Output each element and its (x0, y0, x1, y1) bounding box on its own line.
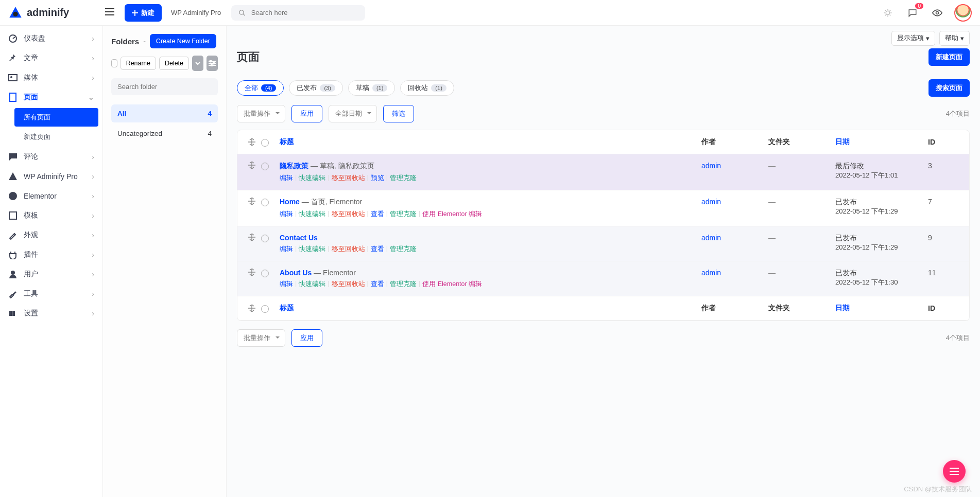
row-author-link[interactable]: admin (701, 234, 721, 242)
user-avatar[interactable] (954, 4, 972, 22)
product-link[interactable]: WP Adminify Pro (171, 9, 221, 16)
brand[interactable]: adminify (8, 6, 101, 20)
row-action-clone[interactable]: 管理克隆 (390, 210, 417, 219)
delete-folder-button[interactable]: Delete (159, 57, 189, 70)
sidebar-item-Elementor[interactable]: Elementor› (0, 186, 102, 206)
view-site-icon[interactable] (930, 5, 945, 21)
filter-tab-草稿[interactable]: 草稿(1) (348, 80, 395, 96)
row-action-trash[interactable]: 移至回收站 (332, 210, 365, 219)
drag-handle-icon[interactable] (243, 269, 261, 276)
col-date[interactable]: 日期 (835, 137, 928, 147)
drag-handle-icon[interactable] (243, 198, 261, 205)
row-action-preview[interactable]: 预览 (371, 174, 384, 183)
menu-toggle-icon[interactable] (105, 8, 114, 17)
row-checkbox[interactable] (261, 163, 269, 170)
row-checkbox[interactable] (261, 270, 269, 277)
col-date[interactable]: 日期 (835, 304, 928, 313)
row-action-edit[interactable]: 编辑 (280, 210, 293, 219)
select-all-checkbox[interactable] (261, 305, 269, 313)
row-action-view[interactable]: 查看 (371, 280, 384, 289)
sidebar-item-页面[interactable]: 页面⌄ (0, 87, 102, 107)
bulk-action-select[interactable]: 批量操作 (237, 105, 285, 122)
sidebar-item-仪表盘[interactable]: 仪表盘› (0, 29, 102, 48)
row-date-value: 2022-05-12 下午1:29 (835, 243, 928, 252)
apply-bulk-button[interactable]: 应用 (291, 105, 322, 122)
new-page-button[interactable]: 新建页面 (929, 48, 970, 66)
col-title[interactable]: 标题 (280, 137, 701, 147)
new-button[interactable]: 新建 (125, 4, 162, 22)
collapse-icon[interactable] (192, 56, 203, 71)
row-title-link[interactable]: Home (280, 198, 300, 206)
row-action-quick[interactable]: 快速编辑 (299, 210, 325, 219)
row-author-link[interactable]: admin (701, 198, 721, 206)
bulk-action-select-bottom[interactable]: 批量操作 (237, 329, 285, 347)
filter-button[interactable]: 筛选 (383, 105, 414, 122)
sidebar-item-label: 插件 (24, 250, 38, 259)
search-bar[interactable] (231, 5, 365, 21)
folder-item-All[interactable]: All4 (111, 104, 218, 122)
row-action-quick[interactable]: 快速编辑 (299, 245, 325, 254)
chevron-right-icon: › (92, 192, 94, 200)
theme-toggle-icon[interactable] (880, 5, 896, 21)
row-action-trash[interactable]: 移至回收站 (332, 245, 365, 254)
sidebar-item-媒体[interactable]: 媒体› (0, 68, 102, 87)
row-action-clone[interactable]: 管理克隆 (390, 245, 417, 254)
row-author-link[interactable]: admin (701, 269, 721, 277)
filter-tab-已发布[interactable]: 已发布(3) (289, 80, 342, 96)
row-action-clone[interactable]: 管理克隆 (390, 174, 417, 183)
create-folder-button[interactable]: Create New Folder (150, 34, 216, 48)
row-action-view[interactable]: 查看 (371, 210, 384, 219)
folder-search-input[interactable] (111, 78, 218, 95)
row-action-elementor[interactable]: 使用 Elementor 编辑 (422, 210, 482, 219)
rename-folder-button[interactable]: Rename (121, 57, 156, 70)
row-action-trash[interactable]: 移至回收站 (332, 280, 365, 289)
row-title-link[interactable]: About Us (280, 269, 312, 277)
comments-icon[interactable]: 0 (905, 5, 920, 21)
sidebar-item-用户[interactable]: 用户› (0, 264, 102, 284)
row-title-link[interactable]: 隐私政策 (280, 162, 308, 170)
fab-button[interactable] (943, 460, 966, 483)
row-action-quick[interactable]: 快速编辑 (299, 174, 325, 183)
filter-tab-label: 回收站 (408, 83, 428, 93)
filter-tab-全部[interactable]: 全部(4) (237, 80, 284, 96)
folder-item-Uncategorized[interactable]: Uncategorized4 (111, 125, 218, 143)
sidebar-item-评论[interactable]: 评论› (0, 147, 102, 167)
sidebar-item-外观[interactable]: 外观› (0, 225, 102, 245)
drag-handle-icon[interactable] (243, 234, 261, 241)
row-action-edit[interactable]: 编辑 (280, 174, 293, 183)
help-button[interactable]: 帮助 ▾ (939, 31, 970, 46)
row-author-link[interactable]: admin (701, 162, 721, 170)
row-action-quick[interactable]: 快速编辑 (299, 280, 325, 289)
select-all-checkbox[interactable] (261, 139, 269, 147)
filter-tab-label: 全部 (245, 83, 258, 93)
sidebar-item-插件[interactable]: 插件› (0, 245, 102, 264)
sidebar-item-WP Adminify Pro[interactable]: WP Adminify Pro› (0, 167, 102, 186)
search-input[interactable] (251, 9, 358, 16)
sidebar-item-文章[interactable]: 文章› (0, 48, 102, 68)
row-action-trash[interactable]: 移至回收站 (332, 174, 365, 183)
date-filter-select[interactable]: 全部日期 (329, 105, 377, 122)
row-checkbox[interactable] (261, 199, 269, 206)
row-action-clone[interactable]: 管理克隆 (390, 280, 417, 289)
sidebar-item-模板[interactable]: 模板› (0, 206, 102, 225)
pages-table: 标题作者文件夹日期ID隐私政策 — 草稿, 隐私政策页编辑 | 快速编辑 | 移… (237, 130, 970, 321)
row-action-edit[interactable]: 编辑 (280, 280, 293, 289)
row-action-view[interactable]: 查看 (371, 245, 384, 254)
row-action-edit[interactable]: 编辑 (280, 245, 293, 254)
row-action-elementor[interactable]: 使用 Elementor 编辑 (422, 280, 482, 289)
row-title-link[interactable]: Contact Us (280, 234, 318, 242)
apply-bulk-button-bottom[interactable]: 应用 (291, 329, 322, 347)
row-checkbox[interactable] (261, 235, 269, 242)
settings-icon[interactable] (207, 56, 218, 71)
sidebar-subitem-新建页面[interactable]: 新建页面 (15, 128, 98, 146)
select-all-folders-checkbox[interactable] (111, 59, 117, 67)
sidebar-item-设置[interactable]: 设置› (0, 304, 102, 323)
chevron-down-icon: ▾ (926, 34, 930, 42)
sidebar-subitem-所有页面[interactable]: 所有页面 (14, 108, 98, 127)
drag-handle-icon[interactable] (243, 162, 261, 169)
filter-tab-回收站[interactable]: 回收站(1) (400, 80, 454, 96)
search-pages-button[interactable]: 搜索页面 (929, 79, 970, 97)
display-options-button[interactable]: 显示选项 ▾ (891, 31, 935, 46)
sidebar-item-工具[interactable]: 工具› (0, 284, 102, 304)
col-title[interactable]: 标题 (280, 304, 701, 313)
